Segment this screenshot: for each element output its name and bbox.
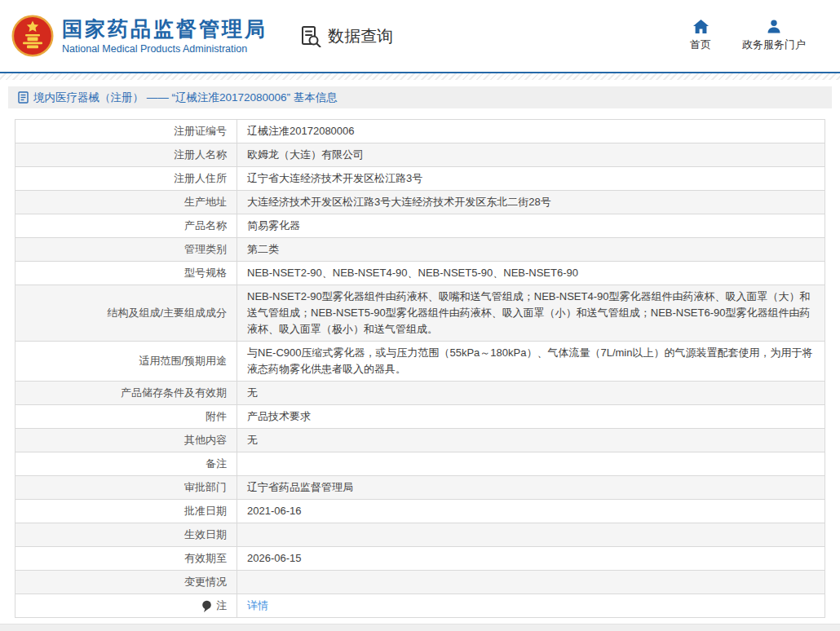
org-name-cn: 国家药品监督管理局	[62, 17, 267, 41]
row-value: 2021-06-16	[237, 500, 825, 523]
row-value: NEB-NSET2-90、NEB-NSET4-90、NEB-NSET5-90、N…	[237, 262, 825, 285]
registration-info-table: 注册证编号 辽械注准20172080006 注册人名称 欧姆龙（大连）有限公司 …	[15, 119, 825, 618]
row-value: 产品技术要求	[237, 405, 825, 429]
top-nav: 首页 政务服务门户	[690, 20, 806, 52]
table-row: 生效日期	[15, 523, 825, 547]
table-row: 结构及组成/主要组成成分 NEB-NSET2-90型雾化器组件由药液杯、吸嘴和送…	[15, 285, 825, 342]
row-label: 注册证编号	[15, 120, 237, 143]
row-value: 无	[237, 382, 825, 405]
header-hatch-band	[0, 73, 840, 80]
row-value: 大连经济技术开发区松江路3号大连经济技术开发区东北二街28号	[237, 191, 825, 214]
nav-item-home-label: 首页	[690, 38, 711, 52]
row-label: 其他内容	[15, 429, 237, 452]
data-query-link[interactable]: 数据查询	[300, 25, 393, 47]
row-value: 详情	[237, 594, 825, 618]
table-row: 产品储存条件及有效期 无	[15, 382, 825, 405]
document-search-icon	[300, 25, 322, 47]
table-row: 注册证编号 辽械注准20172080006	[15, 120, 825, 143]
row-label: 产品名称	[15, 214, 237, 238]
national-emblem-icon	[11, 15, 54, 57]
row-label: 产品储存条件及有效期	[15, 382, 237, 405]
row-value: 辽宁省大连经济技术开发区松江路3号	[237, 167, 825, 191]
note-balloon-icon	[201, 600, 212, 612]
breadcrumb: 境内医疗器械（注册） —— “辽械注准20172080006” 基本信息	[8, 86, 832, 108]
table-row: 型号规格 NEB-NSET2-90、NEB-NSET4-90、NEB-NSET5…	[15, 262, 825, 285]
row-value: 简易雾化器	[237, 214, 825, 238]
table-row: 注册人名称 欧姆龙（大连）有限公司	[15, 143, 825, 167]
row-label: 注	[15, 594, 237, 618]
row-label: 批准日期	[15, 500, 237, 523]
table-row: 生产地址 大连经济技术开发区松江路3号大连经济技术开发区东北二街28号	[15, 191, 825, 214]
row-label: 备注	[15, 452, 237, 476]
row-label: 生产地址	[15, 191, 237, 214]
row-value: 欧姆龙（大连）有限公司	[237, 143, 825, 167]
table-row: 变更情况	[15, 571, 825, 594]
row-label: 有效期至	[15, 547, 237, 571]
home-icon	[693, 20, 709, 33]
row-label: 注册人住所	[15, 167, 237, 191]
row-label: 型号规格	[15, 262, 237, 285]
table-row: 审批部门 辽宁省药品监督管理局	[15, 476, 825, 500]
info-table-body: 注册证编号 辽械注准20172080006 注册人名称 欧姆龙（大连）有限公司 …	[15, 120, 825, 618]
table-row: 注册人住所 辽宁省大连经济技术开发区松江路3号	[15, 167, 825, 191]
row-value: 无	[237, 429, 825, 452]
table-row: 其他内容 无	[15, 429, 825, 452]
document-icon	[18, 91, 29, 104]
page-title: 境内医疗器械（注册） —— “辽械注准20172080006” 基本信息	[33, 90, 338, 105]
row-value: 2026-06-15	[237, 547, 825, 571]
row-value	[237, 523, 825, 547]
row-label: 结构及组成/主要组成成分	[15, 285, 237, 342]
row-value	[237, 571, 825, 594]
row-label: 附件	[15, 405, 237, 429]
data-query-label: 数据查询	[328, 25, 393, 47]
table-row: 附件 产品技术要求	[15, 405, 825, 429]
note-label: 注	[216, 598, 227, 614]
org-name-en: National Medical Products Administration	[62, 43, 267, 55]
row-value: NEB-NSET2-90型雾化器组件由药液杯、吸嘴和送气管组成；NEB-NSET…	[237, 285, 825, 342]
row-label: 变更情况	[15, 571, 237, 594]
site-header: 国家药品监督管理局 National Medical Products Admi…	[0, 0, 840, 72]
row-value: 第二类	[237, 238, 825, 262]
footer-strip	[0, 624, 840, 631]
table-row: 批准日期 2021-06-16	[15, 500, 825, 523]
nav-item-portal[interactable]: 政务服务门户	[742, 20, 806, 52]
table-row: 备注	[15, 452, 825, 476]
row-label: 生效日期	[15, 523, 237, 547]
nmpa-logo[interactable]: 国家药品监督管理局 National Medical Products Admi…	[11, 15, 267, 57]
row-value: 与NE-C900压缩式雾化器，或与压力范围（55kPa～180kPa）、气体流量…	[237, 342, 825, 382]
main-content: 境内医疗器械（注册） —— “辽械注准20172080006” 基本信息 注册证…	[0, 86, 840, 618]
row-value: 辽宁省药品监督管理局	[237, 476, 825, 500]
row-label: 管理类别	[15, 238, 237, 262]
table-row: 产品名称 简易雾化器	[15, 214, 825, 238]
row-value	[237, 452, 825, 476]
user-icon	[767, 20, 781, 33]
table-row: 有效期至 2026-06-15	[15, 547, 825, 571]
nav-item-home[interactable]: 首页	[690, 20, 711, 52]
nav-item-portal-label: 政务服务门户	[742, 38, 806, 52]
table-row: 适用范围/预期用途 与NE-C900压缩式雾化器，或与压力范围（55kPa～18…	[15, 342, 825, 382]
details-link[interactable]: 详情	[247, 599, 268, 611]
row-label: 注册人名称	[15, 143, 237, 167]
org-name: 国家药品监督管理局 National Medical Products Admi…	[62, 17, 267, 55]
table-row: 注 详情	[15, 594, 825, 618]
row-label: 审批部门	[15, 476, 237, 500]
table-row: 管理类别 第二类	[15, 238, 825, 262]
row-value: 辽械注准20172080006	[237, 120, 825, 143]
row-label: 适用范围/预期用途	[15, 342, 237, 382]
